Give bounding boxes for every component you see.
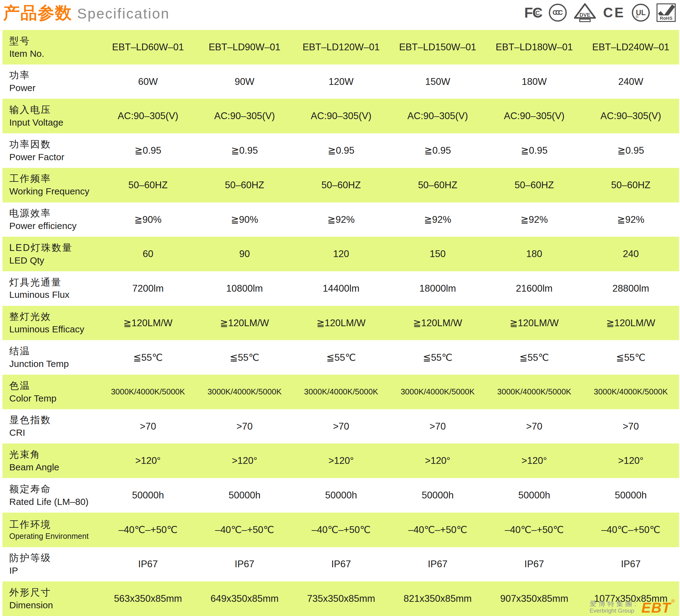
row-label-cn: 防护等级 xyxy=(9,552,100,564)
page-title-cn: 产品参数 xyxy=(3,2,72,24)
value-cell: AC:90–305(V) xyxy=(583,111,679,122)
value-cell: >120° xyxy=(389,455,486,466)
row-label-cn: 外形尺寸 xyxy=(9,586,100,599)
value-cell: 907x350x85mm xyxy=(486,593,583,604)
row-label-cn: 工作环境 xyxy=(9,518,100,531)
value-cell: ≦55℃ xyxy=(389,352,486,363)
value-cell: 28800lm xyxy=(583,283,679,294)
value-cell: EBT–LD150W–01 xyxy=(389,42,486,53)
value-cell: –40℃–+50℃ xyxy=(293,524,390,535)
value-cell: 3000K/4000K/5000K xyxy=(389,387,486,397)
table-row: 光束角Beam Angle>120°>120°>120°>120°>120°>1… xyxy=(2,443,679,478)
row-label: 结温Junction Temp xyxy=(2,345,100,370)
table-row: 外形尺寸Dimension563x350x85mm649x350x85mm735… xyxy=(2,581,679,616)
row-label-cn: 功率 xyxy=(9,69,100,82)
row-label: LED灯珠数量LED Qty xyxy=(2,241,100,267)
value-cell: ≧0.95 xyxy=(293,145,390,156)
brand-letters: EBT xyxy=(642,599,671,616)
value-cell: 3000K/4000K/5000K xyxy=(196,387,293,397)
value-cell: 3000K/4000K/5000K xyxy=(293,387,390,397)
value-cell: ≧120LM/W xyxy=(583,317,679,329)
value-cell: 90 xyxy=(196,248,293,260)
table-row: LED灯珠数量LED Qty6090120150180240 xyxy=(2,237,679,271)
value-cell: 50000h xyxy=(486,490,583,501)
value-cell: ≧0.95 xyxy=(389,145,486,156)
row-label: 防护等级IP xyxy=(2,552,100,577)
row-label: 输入电压Input Voltage xyxy=(2,104,100,129)
value-cell: >70 xyxy=(389,421,486,432)
value-cell: AC:90–305(V) xyxy=(196,111,293,122)
row-label-en: Power Factor xyxy=(9,151,100,164)
value-cell: 180W xyxy=(486,76,583,87)
company-name-en: Everbright Group xyxy=(590,608,638,614)
value-cell: –40℃–+50℃ xyxy=(196,524,293,535)
company-logo: 爱博特集團: Everbright Group EBT ® xyxy=(590,600,675,614)
value-cell: –40℃–+50℃ xyxy=(100,524,196,535)
table-row: 工作环境Operating Environment–40℃–+50℃–40℃–+… xyxy=(2,512,679,547)
ce-icon: CE xyxy=(603,4,625,22)
value-cell: >120° xyxy=(486,455,583,466)
value-cell: 3000K/4000K/5000K xyxy=(583,387,679,397)
company-name: 爱博特集團: Everbright Group xyxy=(590,600,638,614)
row-label-en: Luminous Flux xyxy=(9,289,100,301)
value-cell: 50–60HZ xyxy=(389,180,486,191)
row-label: 功率因数Power Factor xyxy=(2,138,100,163)
row-label-en: IP xyxy=(9,564,100,577)
value-cell: 50–60HZ xyxy=(486,180,583,191)
row-label-cn: 型号 xyxy=(9,35,100,48)
value-cell: AC:90–305(V) xyxy=(293,111,390,122)
value-cell: 150W xyxy=(389,76,486,87)
value-cell: IP67 xyxy=(293,559,390,570)
value-cell: >70 xyxy=(100,421,196,432)
value-cell: AC:90–305(V) xyxy=(486,111,583,122)
value-cell: 120W xyxy=(293,76,390,87)
row-label-cn: LED灯珠数量 xyxy=(9,241,100,254)
row-label-en: Power efficiency xyxy=(9,220,100,232)
row-label-en: Rated Life (LM–80) xyxy=(9,496,100,508)
row-label-en: CRI xyxy=(9,427,100,439)
value-cell: ≧92% xyxy=(486,214,583,225)
value-cell: ≧120LM/W xyxy=(486,317,583,329)
row-label-cn: 额定寿命 xyxy=(9,483,100,496)
value-cell: ≦55℃ xyxy=(486,352,583,363)
value-cell: IP67 xyxy=(486,559,583,570)
table-row: 显色指数CRI>70>70>70>70>70>70 xyxy=(2,409,679,444)
row-label-cn: 结温 xyxy=(9,345,100,358)
row-label-cn: 工作频率 xyxy=(9,172,100,185)
value-cell: 21600lm xyxy=(486,283,583,294)
vde-triangle: DVE xyxy=(573,3,596,22)
value-cell: 563x350x85mm xyxy=(100,593,196,604)
value-cell: ≧92% xyxy=(293,214,390,225)
value-cell: ≧92% xyxy=(389,214,486,225)
vde-letters: DVE xyxy=(579,12,590,18)
value-cell: 180 xyxy=(486,248,583,260)
value-cell: 50–60HZ xyxy=(100,180,196,191)
value-cell: >120° xyxy=(293,455,390,466)
value-cell: ≧90% xyxy=(100,214,196,225)
value-cell: 14400lm xyxy=(293,283,390,294)
table-row: 输入电压Input VoltageAC:90–305(V)AC:90–305(V… xyxy=(2,99,679,133)
value-cell: ≧90% xyxy=(196,214,293,225)
value-cell: ≧0.95 xyxy=(486,145,583,156)
value-cell: ≦55℃ xyxy=(100,352,196,363)
vde-icon: DVE xyxy=(573,3,596,22)
fcc-icon: FC C xyxy=(525,4,542,22)
row-label: 工作频率Working Frequency xyxy=(2,172,100,198)
value-cell: 240W xyxy=(583,76,679,87)
brand-registered-mark: ® xyxy=(671,599,675,603)
row-label: 外形尺寸Dimension xyxy=(2,586,100,611)
row-label: 功率Power xyxy=(2,69,100,94)
value-cell: IP67 xyxy=(583,559,679,570)
value-cell: 10800lm xyxy=(196,283,293,294)
row-label: 型号Item No. xyxy=(2,35,100,60)
value-cell: 50–60HZ xyxy=(196,180,293,191)
table-row: 功率因数Power Factor≧0.95≧0.95≧0.95≧0.95≧0.9… xyxy=(2,133,679,168)
table-row: 防护等级IPIP67IP67IP67IP67IP67IP67 xyxy=(2,547,679,582)
value-cell: 60W xyxy=(100,76,196,87)
table-row: 结温Junction Temp≦55℃≦55℃≦55℃≦55℃≦55℃≦55℃ xyxy=(2,340,679,375)
value-cell: IP67 xyxy=(100,559,196,570)
row-label-en: Beam Angle xyxy=(9,461,100,474)
rohs-label: RoHS xyxy=(657,16,675,21)
value-cell: EBT–LD60W–01 xyxy=(100,42,196,53)
table-row: 整灯光效Luminous Efficacy≧120LM/W≧120LM/W≧12… xyxy=(2,306,679,341)
